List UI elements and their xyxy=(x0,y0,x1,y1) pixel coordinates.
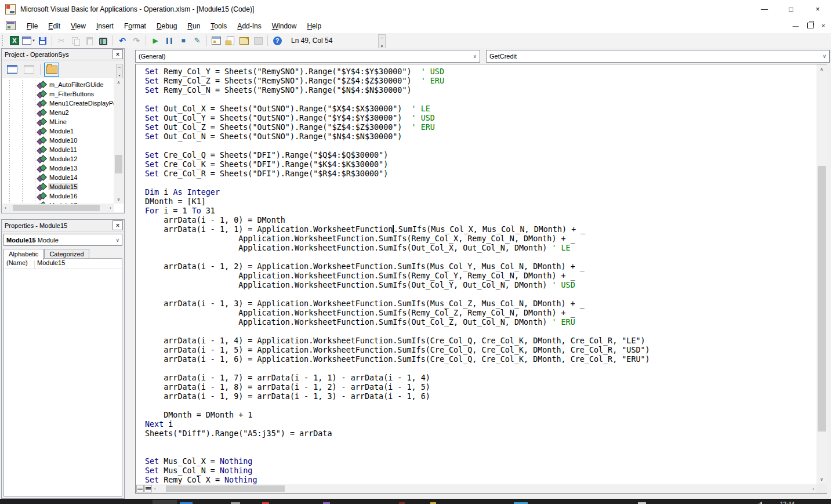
code-horizontal-scrollbar[interactable]: ‹ › xyxy=(136,484,817,493)
volume-icon[interactable] xyxy=(759,502,762,504)
project-toolbar-overflow-button[interactable]: ─▾ xyxy=(116,64,123,79)
scrollbar-thumb[interactable] xyxy=(166,485,285,492)
minimize-button[interactable]: — xyxy=(751,0,778,18)
code-line xyxy=(145,95,815,104)
object-browser-button[interactable] xyxy=(238,34,251,47)
maximize-button[interactable]: □ xyxy=(778,0,804,18)
project-tree: m_AutoFilterGUidem_FilterButtonsMenu1Cre… xyxy=(2,78,124,212)
scroll-down-icon[interactable]: ∨ xyxy=(817,477,827,482)
object-selector-dropdown[interactable]: Module15 Module ∨ xyxy=(3,234,122,246)
mdi-close-button[interactable]: × xyxy=(822,23,825,28)
code-line: Application.WorksheetFunction.SumIfs(Rem… xyxy=(145,309,815,318)
menu-insert[interactable]: Insert xyxy=(91,20,119,32)
close-button[interactable]: × xyxy=(804,0,831,18)
tab-alphabetic[interactable]: Alphabetic xyxy=(3,249,43,260)
toggle-folders-button[interactable] xyxy=(44,63,59,77)
procedure-view-button[interactable] xyxy=(136,485,144,492)
toolbar-grip[interactable] xyxy=(2,35,5,46)
project-panel-close-button[interactable]: × xyxy=(113,49,123,59)
break-button[interactable] xyxy=(163,34,176,47)
tree-item-module10[interactable]: Module10 xyxy=(2,136,114,145)
code-line xyxy=(145,142,815,151)
full-module-view-button[interactable] xyxy=(144,485,152,492)
dropdown-arrow-icon[interactable]: ▾ xyxy=(32,38,35,43)
scrollbar-thumb[interactable] xyxy=(13,205,100,211)
tree-item-module16[interactable]: Module16 xyxy=(2,191,114,201)
project-tree-vertical-scrollbar[interactable]: ∧ ∨ xyxy=(114,78,124,204)
menu-file[interactable]: File xyxy=(21,20,43,32)
project-panel-header[interactable]: Project - OperationSys × xyxy=(2,49,124,60)
scroll-up-icon[interactable]: ∧ xyxy=(114,80,124,85)
code-editor[interactable]: Set Remy_Col_Y = Sheets("RemySNO").Range… xyxy=(135,64,827,494)
tree-item-menu1createdisplaypop[interactable]: Menu1CreateDisplayPop xyxy=(2,99,114,108)
object-dropdown[interactable]: (General) ∨ xyxy=(135,50,480,63)
taskbar-clock[interactable]: 12:44 xyxy=(780,501,794,504)
design-mode-button[interactable]: ✎ xyxy=(191,34,204,47)
menu-addins[interactable]: Add-Ins xyxy=(232,20,266,32)
view-code-button[interactable] xyxy=(5,63,20,77)
project-tree-horizontal-scrollbar[interactable]: ‹ › xyxy=(2,204,114,212)
paste-button xyxy=(83,34,96,47)
tree-item-module11[interactable]: Module11 xyxy=(2,145,114,154)
menu-format[interactable]: Format xyxy=(119,20,151,32)
procedure-dropdown[interactable]: GetCredit ∨ xyxy=(486,50,830,63)
scroll-down-icon[interactable]: ∨ xyxy=(114,197,124,202)
tree-item-menu2[interactable]: Menu2 xyxy=(2,108,114,117)
code-line: arrData(i - 1, 8) = arrData(i - 1, 2) - … xyxy=(145,383,815,392)
menu-view[interactable]: View xyxy=(66,20,91,32)
mdi-minimize-button[interactable]: — xyxy=(793,23,799,28)
scrollbar-thumb[interactable] xyxy=(115,155,122,173)
code-line: arrData(i - 1, 9) = arrData(i - 1, 3) - … xyxy=(145,392,815,401)
tree-item-module13[interactable]: Module13 xyxy=(2,164,114,173)
project-explorer-button[interactable] xyxy=(210,34,223,47)
tree-item-m_filterbuttons[interactable]: m_FilterButtons xyxy=(2,89,114,99)
insert-userform-button[interactable]: ▾ xyxy=(22,34,35,47)
menu-window[interactable]: Window xyxy=(267,20,302,32)
find-icon xyxy=(99,38,107,43)
scroll-left-icon[interactable]: ‹ xyxy=(5,205,6,211)
paste-icon xyxy=(86,37,93,45)
scroll-right-icon[interactable]: › xyxy=(110,205,111,211)
tree-item-module12[interactable]: Module12 xyxy=(2,154,114,164)
properties-grid: (Name)Module15 xyxy=(3,258,122,496)
menu-run[interactable]: Run xyxy=(182,20,205,32)
cut-button: ✂ xyxy=(55,34,68,47)
find-button[interactable] xyxy=(97,34,110,47)
menu-edit[interactable]: Edit xyxy=(43,20,66,32)
mdi-restore-button[interactable] xyxy=(807,23,814,28)
code-line: arrData(i - 1, 4) = Application.Workshee… xyxy=(145,336,815,346)
module-icon xyxy=(37,137,46,144)
module-icon xyxy=(37,193,46,200)
reset-button[interactable]: ■ xyxy=(177,34,190,47)
save-button[interactable] xyxy=(36,34,49,47)
scroll-up-icon[interactable]: ∧ xyxy=(817,67,827,72)
menu-tools[interactable]: Tools xyxy=(205,20,232,32)
code-line: Application.WorksheetFunction.SumIfs(Out… xyxy=(145,244,815,253)
code-line: Set Out_Col_Y = Sheets("OutSNO").Range("… xyxy=(145,114,815,123)
tree-item-module1[interactable]: Module1 xyxy=(2,126,114,136)
scrollbar-thumb[interactable] xyxy=(818,166,826,432)
run-button[interactable]: ▶ xyxy=(149,34,162,47)
windows-taskbar[interactable]: 12:44 xyxy=(0,499,831,504)
tree-item-module15[interactable]: Module15 xyxy=(2,182,114,191)
tree-item-module14[interactable]: Module14 xyxy=(2,173,114,182)
help-button[interactable]: ? xyxy=(271,34,284,47)
code-line: Set Out_Col_N = Sheets("OutSNO").Range("… xyxy=(145,132,815,142)
project-panel-title: Project - OperationSys xyxy=(5,51,69,58)
undo-button[interactable]: ↶ xyxy=(116,34,129,47)
module-window-icon[interactable] xyxy=(6,21,16,30)
properties-window-button[interactable] xyxy=(224,34,237,47)
view-excel-button[interactable]: X xyxy=(8,34,21,47)
code-line: Application.WorksheetFunction.SumIfs(Out… xyxy=(145,281,815,290)
tree-item-m_autofilterguide[interactable]: m_AutoFilterGUide xyxy=(2,80,114,89)
code-vertical-scrollbar[interactable]: ∧ ∨ xyxy=(817,64,827,484)
tree-item-mline[interactable]: MLine xyxy=(2,117,114,126)
menu-help[interactable]: Help xyxy=(302,20,326,32)
menu-debug[interactable]: Debug xyxy=(151,20,182,32)
scroll-right-icon[interactable]: › xyxy=(812,487,814,492)
properties-panel-close-button[interactable]: × xyxy=(113,220,123,230)
properties-panel-header[interactable]: Properties - Module15 × xyxy=(2,220,124,231)
project-panel-toolbar: ─▾ xyxy=(2,60,124,78)
scroll-left-icon[interactable]: ‹ xyxy=(154,486,156,491)
taskbar-app-button[interactable] xyxy=(153,500,177,504)
